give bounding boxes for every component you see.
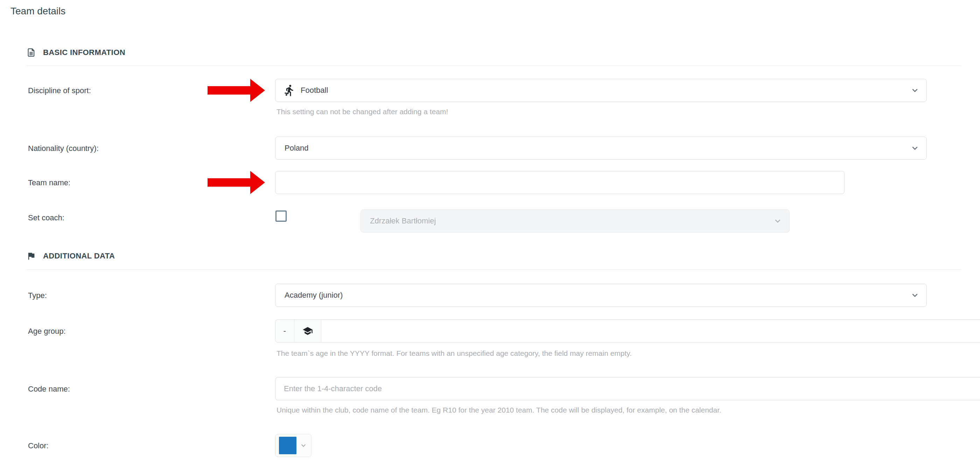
page-title: Team details xyxy=(11,6,65,17)
nationality-value: Poland xyxy=(285,144,910,153)
color-label: Color: xyxy=(28,441,49,450)
section-title-basic-information: BASIC INFORMATION xyxy=(43,48,125,57)
chevron-down-icon xyxy=(772,216,783,226)
nationality-label: Nationality (country): xyxy=(28,144,99,153)
section-header-additional-data: ADDITIONAL DATA xyxy=(26,251,115,261)
set-coach-label: Set coach: xyxy=(28,213,64,222)
annotation-arrow-team-name xyxy=(208,171,265,194)
team-name-input[interactable] xyxy=(275,171,845,194)
age-group-dash-addon: - xyxy=(275,320,294,342)
discipline-select[interactable]: Football xyxy=(275,79,927,102)
section-header-basic-information: BASIC INFORMATION xyxy=(26,48,125,57)
annotation-arrow-discipline xyxy=(208,79,265,102)
age-group-helper-text: The team`s age in the YYYY format. For t… xyxy=(277,349,632,358)
discipline-helper-text: This setting can not be changed after ad… xyxy=(277,107,448,116)
type-value: Academy (junior) xyxy=(285,291,910,300)
section-title-additional-data: ADDITIONAL DATA xyxy=(43,251,115,260)
graduation-cap-addon xyxy=(294,320,321,342)
chevron-down-icon xyxy=(910,85,920,96)
flag-icon xyxy=(26,251,36,261)
age-group-input-group: - xyxy=(275,319,980,343)
coach-value: Zdrzałek Bartłomiej xyxy=(370,216,772,225)
color-swatch xyxy=(279,437,296,454)
football-player-icon xyxy=(285,84,301,97)
graduation-cap-icon xyxy=(302,326,313,336)
team-details-page: Team details BASIC INFORMATION Disciplin… xyxy=(0,0,980,463)
discipline-label: Discipline of sport: xyxy=(28,86,91,95)
chevron-down-icon xyxy=(910,290,920,300)
section-divider xyxy=(26,269,961,270)
section-divider xyxy=(26,65,961,66)
chevron-down-icon xyxy=(299,441,308,450)
document-icon xyxy=(26,48,36,57)
type-select[interactable]: Academy (junior) xyxy=(275,284,927,307)
discipline-value: Football xyxy=(301,86,910,95)
color-picker-button[interactable] xyxy=(275,434,312,457)
code-name-helper-text: Unique within the club, code name of the… xyxy=(277,406,721,414)
code-name-label: Code name: xyxy=(28,385,70,394)
type-label: Type: xyxy=(28,291,47,300)
code-name-input[interactable] xyxy=(275,377,980,400)
set-coach-checkbox[interactable] xyxy=(275,211,286,222)
chevron-down-icon xyxy=(910,143,920,153)
age-group-input[interactable] xyxy=(321,320,980,342)
age-group-label: Age group: xyxy=(28,327,66,336)
nationality-select[interactable]: Poland xyxy=(275,137,927,160)
team-name-label: Team name: xyxy=(28,178,70,187)
coach-select[interactable]: Zdrzałek Bartłomiej xyxy=(361,209,790,233)
